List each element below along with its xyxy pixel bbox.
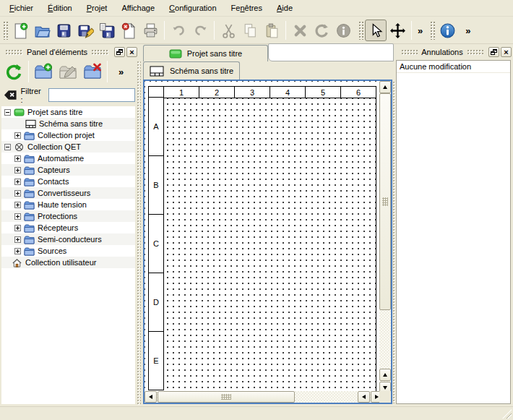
- save-button[interactable]: [53, 20, 74, 41]
- tree-item-contacts[interactable]: Contacts: [1, 176, 135, 187]
- menu-projet[interactable]: Projet: [79, 1, 115, 15]
- menu-fichier[interactable]: Fichier: [2, 1, 40, 15]
- tree-item-schema-sans-titre[interactable]: Schéma sans titre: [1, 118, 135, 129]
- cut-button[interactable]: [217, 20, 239, 41]
- tree-item-protections[interactable]: Protections: [1, 210, 135, 222]
- menu-edition[interactable]: Édition: [40, 1, 79, 15]
- project-tab[interactable]: Projet sans titre: [143, 45, 268, 61]
- horizontal-scrollbar-thumb[interactable]: [158, 391, 295, 403]
- expand-toggle[interactable]: [14, 167, 21, 173]
- visualisation-mode-button[interactable]: [387, 20, 408, 41]
- move-icon: [389, 22, 406, 39]
- undo-icon: [171, 22, 187, 39]
- schema-icon: [150, 66, 164, 77]
- toolbar-drag-handle[interactable]: [430, 21, 435, 40]
- copy-button[interactable]: [239, 20, 261, 41]
- scroll-left-button[interactable]: [358, 391, 370, 403]
- edit-category-button[interactable]: [56, 59, 80, 84]
- dock-float-button[interactable]: [488, 47, 499, 57]
- scroll-up-button[interactable]: [379, 369, 391, 381]
- folder-icon: [23, 131, 35, 140]
- schema-canvas[interactable]: 1 2 3 4 5 6 A B C D E: [145, 81, 379, 391]
- tree-item-haute-tension[interactable]: Haute tension: [1, 199, 135, 210]
- dock-close-button[interactable]: ×: [126, 47, 137, 57]
- dock-float-button[interactable]: [114, 47, 125, 57]
- save-as-button[interactable]: [74, 20, 96, 41]
- menu-affichage[interactable]: Affichage: [114, 1, 162, 15]
- folder-icon: [23, 223, 35, 233]
- vertical-scrollbar-thumb[interactable]: [379, 93, 391, 310]
- expand-toggle[interactable]: [14, 190, 21, 197]
- paste-button[interactable]: [261, 20, 283, 41]
- delete-category-button[interactable]: [80, 59, 105, 84]
- scroll-left-button[interactable]: [145, 391, 157, 403]
- frame-column-label: 4: [270, 86, 306, 98]
- new-document-button[interactable]: [9, 20, 31, 41]
- expand-toggle[interactable]: [14, 202, 21, 208]
- vertical-scrollbar[interactable]: [379, 81, 391, 394]
- rotate-button[interactable]: [311, 20, 332, 41]
- menu-aide[interactable]: Aide: [270, 1, 300, 15]
- undo-history-list[interactable]: Aucune modification: [396, 60, 511, 404]
- tree-item-semi-conducteurs[interactable]: Semi-conducteurs: [1, 233, 135, 245]
- undo-button[interactable]: [168, 20, 189, 41]
- scroll-up-button[interactable]: [379, 81, 391, 93]
- menu-configuration[interactable]: Configuration: [162, 1, 223, 15]
- delete-category-icon: [83, 62, 102, 81]
- print-icon: [142, 22, 159, 39]
- expand-toggle[interactable]: [14, 213, 21, 220]
- schema-icon: [25, 119, 36, 129]
- tree-item-sources[interactable]: Sources: [1, 245, 135, 257]
- schema-tab[interactable]: Schéma sans titre: [143, 61, 240, 80]
- redo-button[interactable]: [189, 20, 211, 41]
- expand-toggle[interactable]: [14, 225, 21, 231]
- tree-item-convertisseurs[interactable]: Convertisseurs: [1, 187, 135, 199]
- horizontal-scrollbar[interactable]: [145, 391, 382, 403]
- window-resize-grip[interactable]: [502, 409, 512, 419]
- collapse-toggle[interactable]: [4, 144, 11, 150]
- save-all-button[interactable]: [96, 20, 118, 41]
- open-file-button[interactable]: [31, 20, 53, 41]
- expand-toggle[interactable]: [14, 179, 21, 185]
- toolbar-separator: [28, 61, 29, 82]
- undo-list-item[interactable]: Aucune modification: [397, 61, 510, 73]
- toolbar-overflow-chevron[interactable]: »: [415, 25, 426, 36]
- tree-item-recepteurs[interactable]: Récepteurs: [1, 222, 135, 233]
- dock-overflow-chevron[interactable]: »: [116, 67, 126, 77]
- clear-filter-icon[interactable]: [4, 90, 17, 100]
- collapse-toggle[interactable]: [4, 109, 11, 116]
- element-infos-button[interactable]: [332, 20, 354, 41]
- tree-item-capteurs[interactable]: Capteurs: [1, 164, 135, 176]
- dock-close-button[interactable]: ×: [501, 47, 512, 57]
- selection-mode-button[interactable]: [365, 20, 387, 41]
- reload-collections-button[interactable]: [1, 59, 26, 84]
- tree-item-projet-sans-titre[interactable]: Projet sans titre: [1, 106, 135, 118]
- tree-item-label: Semi-conducteurs: [38, 235, 102, 244]
- filter-label: Filtrer :: [21, 87, 45, 104]
- tree-item-collection-qet[interactable]: Collection QET: [1, 141, 135, 153]
- expand-toggle[interactable]: [14, 155, 21, 162]
- frame-row-label: A: [148, 97, 164, 156]
- expand-toggle[interactable]: [14, 236, 21, 243]
- toolbar-drag-handle[interactable]: [358, 21, 363, 40]
- tree-item-collection-utilisateur[interactable]: Collection utilisateur: [1, 257, 135, 268]
- close-file-button[interactable]: [118, 20, 139, 41]
- print-button[interactable]: [139, 20, 161, 41]
- elements-panel-titlebar[interactable]: Panel d'éléments ×: [1, 46, 137, 58]
- toolbar-overflow-chevron[interactable]: »: [462, 25, 473, 36]
- filter-input[interactable]: [48, 88, 135, 102]
- menu-fenetres[interactable]: Fenêtres: [224, 1, 270, 15]
- frame-border: [376, 86, 376, 391]
- toolbar-drag-handle[interactable]: [3, 21, 8, 40]
- about-info-button[interactable]: [436, 20, 458, 41]
- expand-toggle[interactable]: [14, 248, 21, 254]
- menu-label: C: [169, 4, 175, 12]
- left-splitter-handle[interactable]: [137, 61, 141, 405]
- tree-item-automatisme[interactable]: Automatisme: [1, 153, 135, 164]
- delete-button[interactable]: [289, 20, 311, 41]
- tree-item-collection-projet[interactable]: Collection projet: [1, 129, 135, 141]
- undo-dock-titlebar[interactable]: Annulations ×: [397, 46, 512, 58]
- thumb-grip: [382, 197, 388, 206]
- expand-toggle[interactable]: [14, 132, 21, 139]
- new-category-button[interactable]: [31, 59, 56, 84]
